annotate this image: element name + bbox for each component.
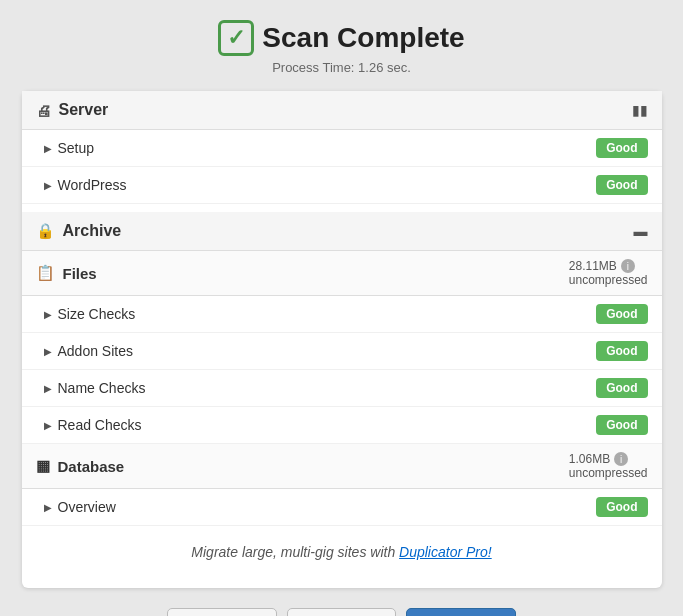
promo-section: Migrate large, multi-gig sites with Dupl… [22,526,662,568]
size-checks-label: ▶ Size Checks [44,306,136,322]
read-checks-text: Read Checks [58,417,142,433]
setup-label: ▶ Setup [44,140,95,156]
database-size-label: uncompressed [569,466,648,480]
back-button[interactable]: ◄ Back [167,608,277,616]
setup-arrow[interactable]: ▶ [44,143,52,154]
wordpress-label: ▶ WordPress [44,177,127,193]
setup-status: Good [596,138,647,158]
addon-sites-label: ▶ Addon Sites [44,343,134,359]
archive-section-header: 🔒 Archive ▬ [22,212,662,251]
server-icon: 🖨 [36,102,51,119]
files-icon: 📋 [36,264,55,282]
name-checks-label: ▶ Name Checks [44,380,146,396]
addon-sites-text: Addon Sites [58,343,134,359]
size-checks-status: Good [596,304,647,324]
size-checks-arrow[interactable]: ▶ [44,309,52,320]
name-checks-status: Good [596,378,647,398]
check-icon: ✓ [218,20,254,56]
footer-buttons: ◄ Back Rescan Build ► [167,608,517,616]
files-label: Files [63,265,97,282]
scan-header: ✓ Scan Complete Process Time: 1.26 sec. [218,20,464,75]
read-checks-status: Good [596,415,647,435]
database-meta: 1.06MB i uncompressed [569,452,648,480]
files-size-label: uncompressed [569,273,648,287]
build-button[interactable]: Build ► [406,608,516,616]
files-title: 📋 Files [36,264,97,282]
files-size-value: 28.11MB [569,259,617,273]
overview-arrow[interactable]: ▶ [44,502,52,513]
wordpress-arrow[interactable]: ▶ [44,180,52,191]
promo-link[interactable]: Duplicator Pro! [399,544,492,560]
addon-sites-arrow[interactable]: ▶ [44,346,52,357]
overview-label: ▶ Overview [44,499,116,515]
archive-title: 🔒 Archive [36,222,122,240]
files-header: 📋 Files 28.11MB i uncompressed [22,251,662,296]
main-card: 🖨 Server ▮▮ ▶ Setup Good ▶ WordPress Goo… [22,91,662,588]
name-checks-row: ▶ Name Checks Good [22,370,662,407]
overview-text: Overview [58,499,116,515]
rescan-button[interactable]: Rescan [287,608,396,616]
overview-row: ▶ Overview Good [22,489,662,526]
archive-icon: 🔒 [36,222,55,240]
addon-sites-row: ▶ Addon Sites Good [22,333,662,370]
files-meta: 28.11MB i uncompressed [569,259,648,287]
read-checks-arrow[interactable]: ▶ [44,420,52,431]
files-size: 28.11MB i [569,259,648,273]
database-label: Database [58,458,125,475]
database-size: 1.06MB i [569,452,648,466]
server-label: Server [59,101,109,119]
overview-status: Good [596,497,647,517]
read-checks-row: ▶ Read Checks Good [22,407,662,444]
archive-expand-icon[interactable]: ▬ [634,223,648,239]
wordpress-status: Good [596,175,647,195]
archive-label: Archive [63,222,122,240]
name-checks-text: Name Checks [58,380,146,396]
files-info-icon[interactable]: i [621,259,635,273]
promo-text: Migrate large, multi-gig sites with [191,544,399,560]
database-size-value: 1.06MB [569,452,610,466]
scan-title: ✓ Scan Complete [218,20,464,56]
read-checks-label: ▶ Read Checks [44,417,142,433]
process-time: Process Time: 1.26 sec. [218,60,464,75]
setup-row: ▶ Setup Good [22,130,662,167]
database-info-icon[interactable]: i [614,452,628,466]
addon-sites-status: Good [596,341,647,361]
wordpress-text: WordPress [58,177,127,193]
server-expand-icon[interactable]: ▮▮ [632,102,648,118]
database-icon: ▦ [36,457,50,475]
title-text: Scan Complete [262,22,464,54]
setup-text: Setup [58,140,95,156]
size-checks-row: ▶ Size Checks Good [22,296,662,333]
database-header: ▦ Database 1.06MB i uncompressed [22,444,662,489]
server-title: 🖨 Server [36,101,109,119]
server-section-header: 🖨 Server ▮▮ [22,91,662,130]
wordpress-row: ▶ WordPress Good [22,167,662,204]
database-title: ▦ Database [36,457,125,475]
name-checks-arrow[interactable]: ▶ [44,383,52,394]
size-checks-text: Size Checks [58,306,136,322]
